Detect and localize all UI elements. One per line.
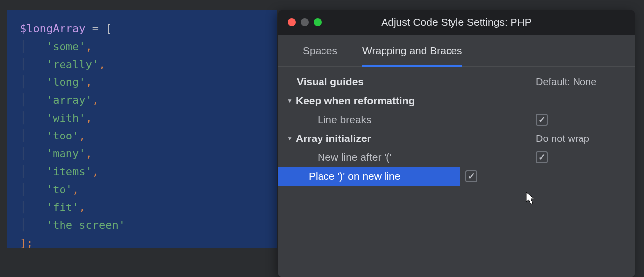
- label-array-initializer: Array initializer: [296, 133, 536, 144]
- code-close: ];: [20, 237, 33, 249]
- checkbox-place-paren[interactable]: [465, 170, 477, 182]
- label-line-breaks: Line breaks: [287, 114, 536, 126]
- chevron-down-icon[interactable]: ▼: [287, 135, 296, 142]
- row-line-breaks[interactable]: Line breaks: [278, 110, 635, 129]
- row-visual-guides[interactable]: Visual guides Default: None: [278, 72, 635, 91]
- tabs: Spaces Wrapping and Braces: [278, 35, 635, 67]
- value-array-initializer: Do not wrap: [536, 133, 625, 144]
- row-keep-reformatting[interactable]: ▼ Keep when reformatting: [278, 91, 635, 110]
- label-visual-guides: Visual guides: [287, 76, 536, 88]
- label-new-line-after: New line after '(': [287, 151, 536, 163]
- checkbox-line-breaks[interactable]: [536, 114, 548, 126]
- maximize-icon[interactable]: [314, 18, 322, 26]
- code-assign: = [: [85, 22, 112, 35]
- value-visual-guides: Default: None: [536, 76, 625, 88]
- dialog-title: Adjust Code Style Settings: PHP: [278, 16, 635, 28]
- settings-body: Visual guides Default: None ▼ Keep when …: [278, 67, 635, 186]
- row-place-paren[interactable]: Place ')' on new line: [278, 167, 460, 186]
- label-keep-reformatting: Keep when reformatting: [296, 95, 536, 107]
- code-style-dialog: Adjust Code Style Settings: PHP Spaces W…: [278, 10, 635, 277]
- close-icon[interactable]: [288, 18, 296, 26]
- row-new-line-after[interactable]: New line after '(': [278, 148, 635, 167]
- tab-wrapping-braces[interactable]: Wrapping and Braces: [362, 45, 462, 67]
- label-place-paren: Place ')' on new line: [287, 170, 451, 182]
- dialog-titlebar[interactable]: Adjust Code Style Settings: PHP: [278, 10, 635, 35]
- tab-spaces[interactable]: Spaces: [303, 45, 337, 66]
- row-array-initializer[interactable]: ▼ Array initializer Do not wrap: [278, 129, 635, 148]
- code-editor[interactable]: $longArray = [ │ 'some', │ 'really', │ '…: [7, 10, 277, 248]
- code-variable: $longArray: [20, 22, 85, 35]
- chevron-down-icon[interactable]: ▼: [287, 97, 296, 104]
- checkbox-new-line-after[interactable]: [536, 151, 548, 163]
- minimize-icon[interactable]: [301, 18, 309, 26]
